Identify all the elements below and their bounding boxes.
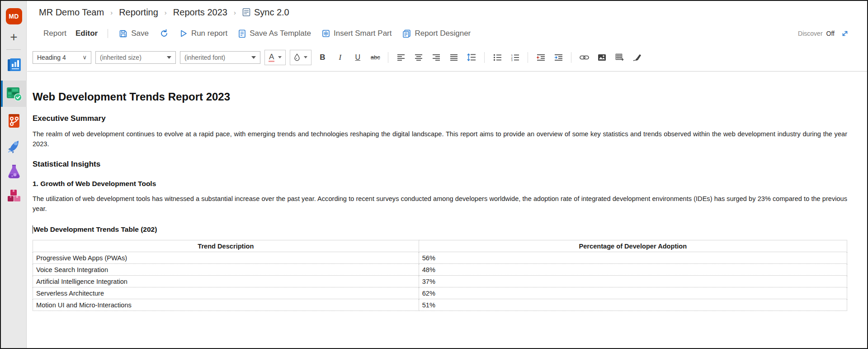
toolbar-separator	[528, 52, 528, 63]
branch-icon	[6, 113, 22, 129]
percentage-cell[interactable]: 37%	[419, 276, 847, 287]
highlight-color-button[interactable]	[290, 50, 311, 65]
underline-button[interactable]: U	[351, 51, 364, 64]
table-row: Voice Search Integration 48%	[33, 264, 847, 276]
trend-cell[interactable]: Artificial Intelligence Integration	[33, 276, 419, 287]
breadcrumb-separator: ›	[110, 9, 113, 16]
toolbar-divider	[108, 29, 108, 38]
dropdown-arrow-icon	[251, 56, 256, 59]
outdent-button[interactable]	[534, 51, 547, 64]
smart-part-icon	[322, 29, 330, 38]
link-icon	[580, 55, 589, 60]
bullet-list-icon	[493, 54, 502, 61]
insert-image-button[interactable]	[595, 51, 609, 64]
expand-button[interactable]	[838, 27, 852, 40]
align-right-button[interactable]	[429, 51, 443, 64]
doc-title[interactable]: Web Development Trends Report 2023	[33, 91, 847, 103]
add-app-button[interactable]: +	[1, 29, 27, 45]
font-family-select[interactable]: (inherited font)	[180, 51, 260, 64]
bullet-list-button[interactable]	[491, 51, 504, 64]
font-family-value: (inherited font)	[184, 54, 225, 61]
font-size-select[interactable]: (inherited size)	[95, 51, 176, 64]
table-heading-text: Web Development Trends Table (202)	[33, 225, 157, 234]
editor-surface[interactable]: Web Development Trends Report 2023 Execu…	[27, 71, 867, 348]
sidebar-item-versions[interactable]	[1, 111, 27, 130]
main-area: MR Demo Team › Reporting › Reports 2023 …	[27, 1, 867, 348]
exec-summary-heading[interactable]: Executive Summary	[33, 114, 847, 123]
insert-smart-part-button[interactable]: Insert Smart Part	[318, 28, 395, 39]
percentage-cell[interactable]: 48%	[419, 264, 847, 276]
breadcrumb-reporting[interactable]: Reporting	[119, 7, 158, 18]
italic-button[interactable]: I	[333, 51, 347, 64]
report-designer-icon	[402, 29, 411, 38]
document-icon	[242, 8, 250, 17]
justify-icon	[450, 54, 458, 61]
breadcrumb-reports-2023[interactable]: Reports 2023	[173, 7, 227, 18]
team-avatar[interactable]: MD	[1, 7, 27, 25]
sidebar-item-labs[interactable]	[1, 162, 27, 181]
sidebar-item-reports[interactable]	[1, 56, 27, 75]
run-report-button[interactable]: Run report	[176, 28, 231, 39]
numbered-list-button[interactable]: 123	[508, 51, 522, 64]
growth-paragraph[interactable]: The utilization of web development tools…	[33, 194, 847, 214]
strikethrough-button[interactable]: abc	[368, 51, 382, 64]
chevron-down-icon: ∨	[82, 54, 87, 61]
rocket-icon	[6, 138, 22, 154]
align-left-icon	[397, 54, 405, 61]
refresh-button[interactable]	[156, 28, 172, 39]
table-header-trend[interactable]: Trend Description	[33, 240, 419, 252]
justify-button[interactable]	[447, 51, 461, 64]
report-designer-button[interactable]: Report Designer	[399, 28, 474, 39]
breadcrumb: MR Demo Team › Reporting › Reports 2023 …	[27, 1, 867, 24]
percentage-cell[interactable]: 56%	[419, 252, 847, 264]
growth-heading[interactable]: 1. Growth of Web Development Tools	[33, 180, 847, 188]
bold-button[interactable]: B	[316, 51, 329, 64]
discover-toggle[interactable]: Off	[826, 30, 835, 37]
toolbar-separator	[388, 52, 388, 63]
play-icon	[179, 29, 188, 38]
tab-report[interactable]: Report	[41, 28, 69, 39]
breadcrumb-current[interactable]: Sync 2.0	[242, 7, 289, 18]
stats-heading[interactable]: Statistical Insights	[33, 160, 847, 169]
line-spacing-button[interactable]	[465, 51, 478, 64]
table-heading[interactable]: Web Development Trends Table (202)	[33, 225, 847, 234]
align-left-button[interactable]	[394, 51, 408, 64]
app-window: MD +	[0, 0, 868, 349]
sidebar-item-launch[interactable]	[1, 137, 27, 156]
sidebar-item-assets[interactable]	[1, 186, 27, 206]
paragraph-style-select[interactable]: Heading 4 ∨	[33, 51, 91, 64]
action-toolbar: Report Editor Save	[27, 24, 867, 43]
line-spacing-icon	[467, 53, 476, 61]
clear-formatting-button[interactable]	[630, 51, 644, 64]
sidebar-item-datasheets-active[interactable]	[1, 84, 27, 103]
sidebar-divider	[6, 49, 21, 50]
exec-summary-paragraph[interactable]: The realm of web development continues t…	[33, 129, 847, 149]
table-header-percentage[interactable]: Percentage of Developer Adoption	[419, 240, 847, 252]
trend-cell[interactable]: Motion UI and Micro-Interactions	[33, 299, 419, 311]
trend-cell[interactable]: Progressive Web Apps (PWAs)	[33, 252, 419, 264]
bold-icon: B	[320, 53, 325, 62]
text-cursor	[33, 225, 33, 234]
indent-button[interactable]	[552, 51, 565, 64]
align-center-button[interactable]	[412, 51, 425, 64]
underline-icon: U	[355, 53, 361, 62]
trend-cell[interactable]: Voice Search Integration	[33, 264, 419, 276]
table-add-icon	[615, 53, 624, 61]
save-as-template-button[interactable]: Save As Template	[235, 28, 315, 39]
breadcrumb-separator: ›	[234, 9, 236, 16]
image-icon	[598, 54, 606, 61]
discover-control: Discover Off	[798, 27, 867, 40]
breadcrumb-team[interactable]: MR Demo Team	[39, 7, 104, 18]
dropdown-arrow-icon	[167, 56, 171, 59]
percentage-cell[interactable]: 62%	[419, 287, 847, 299]
expand-diagonal-icon	[841, 29, 849, 38]
trend-cell[interactable]: Serverless Architecture	[33, 287, 419, 299]
insert-link-button[interactable]	[577, 51, 591, 64]
align-center-icon	[415, 54, 423, 61]
report-icon	[6, 58, 22, 73]
insert-table-button[interactable]	[613, 51, 626, 64]
percentage-cell[interactable]: 51%	[419, 299, 847, 311]
save-button[interactable]: Save	[115, 28, 152, 39]
font-color-button[interactable]: A	[264, 50, 286, 65]
tab-editor[interactable]: Editor	[73, 28, 100, 39]
